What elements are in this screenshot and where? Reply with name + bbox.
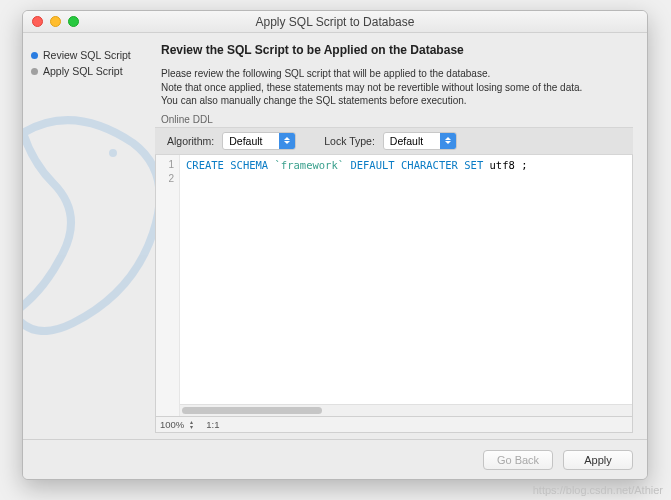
- chevron-updown-icon: [440, 133, 456, 149]
- content-area: Review SQL Script Apply SQL Script Revie…: [23, 33, 647, 439]
- instruction-line: Please review the following SQL script t…: [161, 67, 633, 81]
- sidebar: Review SQL Script Apply SQL Script: [23, 33, 151, 439]
- sidebar-item-apply[interactable]: Apply SQL Script: [31, 63, 143, 79]
- page-title: Review the SQL Script to be Applied on t…: [161, 43, 633, 57]
- bullet-inactive-icon: [31, 68, 38, 75]
- sidebar-item-label: Review SQL Script: [43, 49, 131, 61]
- watermark: https://blog.csdn.net/Athier: [533, 484, 663, 496]
- locktype-value: Default: [384, 135, 440, 147]
- main-panel: Review the SQL Script to be Applied on t…: [151, 33, 647, 439]
- instructions: Please review the following SQL script t…: [161, 67, 633, 108]
- algorithm-value: Default: [223, 135, 279, 147]
- scrollbar-thumb[interactable]: [182, 407, 322, 414]
- instruction-line: You can also manually change the SQL sta…: [161, 94, 633, 108]
- locktype-select[interactable]: Default: [383, 132, 457, 150]
- go-back-button: Go Back: [483, 450, 553, 470]
- chevron-updown-icon: [279, 133, 295, 149]
- zoom-value: 100%: [160, 419, 184, 430]
- zoom-stepper[interactable]: ▴ ▾: [186, 420, 196, 430]
- algorithm-select[interactable]: Default: [222, 132, 296, 150]
- close-icon[interactable]: [32, 16, 43, 27]
- maximize-icon[interactable]: [68, 16, 79, 27]
- algorithm-label: Algorithm:: [167, 135, 214, 147]
- minimize-icon[interactable]: [50, 16, 61, 27]
- sql-editor[interactable]: 1 2 CREATE SCHEMA `framework` DEFAULT CH…: [155, 155, 633, 418]
- button-bar: Go Back Apply: [23, 439, 647, 479]
- instruction-line: Note that once applied, these statements…: [161, 81, 633, 95]
- sidebar-item-label: Apply SQL Script: [43, 65, 123, 77]
- window-title: Apply SQL Script to Database: [23, 15, 647, 29]
- editor-footer: 100% ▴ ▾ 1:1: [155, 417, 633, 433]
- code-content[interactable]: CREATE SCHEMA `framework` DEFAULT CHARAC…: [180, 155, 632, 417]
- zoom-control[interactable]: 100% ▴ ▾: [160, 419, 196, 430]
- line-number: 1: [156, 158, 179, 172]
- cursor-position: 1:1: [206, 419, 219, 430]
- apply-button[interactable]: Apply: [563, 450, 633, 470]
- online-ddl-label: Online DDL: [161, 114, 633, 125]
- locktype-label: Lock Type:: [324, 135, 375, 147]
- dialog-window: Apply SQL Script to Database Review SQL …: [22, 10, 648, 480]
- line-gutter: 1 2: [156, 155, 180, 417]
- chevron-down-icon[interactable]: ▾: [186, 425, 196, 430]
- svg-point-0: [109, 149, 117, 157]
- bullet-active-icon: [31, 52, 38, 59]
- line-number: 2: [156, 172, 179, 186]
- horizontal-scrollbar[interactable]: [180, 404, 632, 416]
- traffic-lights: [23, 16, 79, 27]
- titlebar[interactable]: Apply SQL Script to Database: [23, 11, 647, 33]
- sidebar-item-review[interactable]: Review SQL Script: [31, 47, 143, 63]
- ddl-controls: Algorithm: Default Lock Type: Default: [155, 127, 633, 155]
